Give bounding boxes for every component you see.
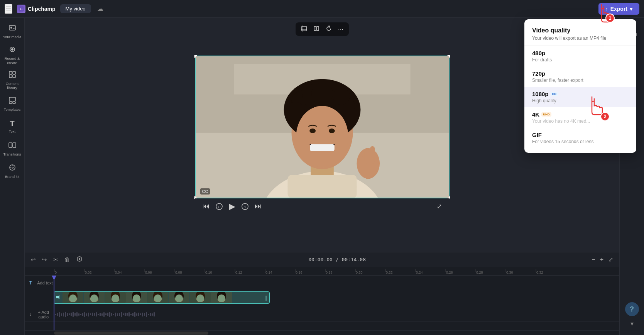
svg-point-62: [133, 296, 140, 302]
wave-bar: [152, 313, 153, 316]
wave-bar: [146, 312, 147, 317]
help-button[interactable]: ?: [625, 302, 639, 316]
clip-end-handle[interactable]: ‖: [264, 295, 269, 301]
playhead[interactable]: [54, 276, 54, 330]
wave-bar: [128, 312, 130, 316]
zoom-in-button[interactable]: +: [598, 255, 605, 264]
ruler-mark: 0:12: [235, 271, 265, 274]
fullscreen-button[interactable]: ⤢: [437, 203, 442, 210]
crop-button[interactable]: [299, 24, 309, 34]
sidebar-item-your-media[interactable]: Your media: [1, 21, 24, 42]
video-frame-wrapper: CC: [195, 56, 450, 198]
captions-button[interactable]: CC: [200, 188, 210, 195]
svg-point-64: [153, 292, 162, 301]
sidebar-item-text[interactable]: T Text: [1, 116, 24, 137]
audio-track-label: ♪ + Add audio: [25, 310, 54, 319]
wave-bar: [113, 314, 114, 315]
timeline-scroll-thumb[interactable]: [54, 332, 208, 335]
zoom-controls: − + ⤢: [590, 255, 615, 264]
fit-to-window-button[interactable]: ⤢: [607, 255, 615, 264]
sidebar-item-transitions[interactable]: Transitions: [1, 138, 24, 160]
time-current: 00:00.00: [308, 257, 333, 262]
svg-rect-10: [9, 97, 15, 101]
topbar: ☰ C Clipchamp My video ☁ ↑ Export ▾: [0, 0, 644, 18]
flip-button[interactable]: [311, 24, 322, 34]
timeline-scrollbar[interactable]: [25, 330, 619, 335]
text-track-content: [54, 276, 619, 290]
clip-thumbnail: [84, 292, 105, 303]
sidebar-item-brand-kit[interactable]: Brand kit: [1, 161, 24, 182]
quality-option-4k[interactable]: 4K UHD Your video has no 4K med...: [524, 107, 636, 128]
quality-desc-720p: Smaller file, faster export: [532, 78, 629, 83]
wave-bar: [154, 312, 155, 316]
logo-area: C Clipchamp: [17, 5, 56, 13]
svg-point-53: [69, 296, 77, 302]
time-total: 00:14.08: [341, 257, 366, 262]
ruler-mark: 0:06: [144, 271, 174, 274]
wave-bar: [82, 313, 83, 316]
svg-rect-39: [364, 148, 369, 163]
clip-mute-button[interactable]: [54, 294, 63, 301]
svg-rect-8: [9, 75, 12, 78]
ruler-mark: 0:26: [445, 271, 475, 274]
skip-to-end-button[interactable]: ⏭: [255, 202, 262, 210]
wave-bar: [101, 313, 103, 316]
wave-bar: [117, 313, 118, 316]
quality-option-720p[interactable]: 720p Smaller file, faster export: [524, 66, 636, 87]
sidebar-item-content-library[interactable]: Content library: [1, 68, 24, 93]
content-library-icon: [8, 71, 16, 80]
wave-bar: [65, 312, 66, 317]
svg-rect-40: [370, 146, 375, 163]
quality-desc-1080p: High quality: [532, 98, 629, 103]
detach-audio-button[interactable]: [75, 255, 84, 264]
sidebar-item-record-create-label: Record & create: [3, 56, 22, 65]
play-button[interactable]: ▶: [229, 201, 235, 211]
wave-bar: [55, 314, 56, 315]
clip-thumbnail: [211, 292, 232, 303]
zoom-out-button[interactable]: −: [590, 255, 597, 264]
sidebar-item-record-create[interactable]: Record & create: [1, 43, 24, 68]
cut-button[interactable]: ✂: [52, 255, 60, 264]
text-track-row: T + Add text: [25, 276, 619, 290]
video-toolbar: ⋯: [296, 22, 349, 36]
video-title[interactable]: My video: [60, 4, 91, 13]
svg-rect-50: [56, 296, 58, 298]
svg-point-5: [11, 48, 14, 51]
sidebar-item-content-library-label: Content library: [3, 81, 22, 90]
ruler-mark: 0:02: [84, 271, 114, 274]
collapse-panel-button[interactable]: ▾: [630, 320, 634, 327]
sidebar-item-templates[interactable]: Templates: [1, 93, 24, 115]
svg-rect-14: [13, 143, 16, 147]
wave-bar: [59, 312, 60, 317]
more-options-button[interactable]: ⋯: [336, 24, 346, 34]
wave-bar: [150, 313, 151, 316]
video-clip[interactable]: ‖: [54, 291, 270, 304]
svg-point-73: [217, 292, 226, 301]
svg-point-59: [112, 296, 119, 302]
ruler-mark: 0:04: [114, 271, 144, 274]
forward-button[interactable]: ↪: [242, 203, 248, 210]
menu-button[interactable]: ☰: [5, 4, 12, 14]
wave-bar: [57, 313, 58, 316]
add-text-button[interactable]: + Add text: [34, 281, 52, 285]
video-track-row: ‖: [25, 290, 619, 307]
export-button[interactable]: ↑ Export ▾: [598, 3, 639, 15]
rewind-button[interactable]: ↩: [216, 203, 223, 210]
redo-button[interactable]: ↪: [41, 255, 49, 264]
quality-name-720p: 720p: [532, 70, 629, 77]
rotate-button[interactable]: [323, 24, 334, 34]
add-audio-button[interactable]: + Add audio: [34, 310, 54, 319]
delete-button[interactable]: 🗑: [63, 255, 72, 264]
quality-option-480p[interactable]: 480p For drafts: [524, 46, 636, 66]
quality-option-gif[interactable]: GIF For videos 15 seconds or less: [524, 128, 636, 148]
svg-rect-17: [302, 26, 306, 31]
timeline-area: ↩ ↪ ✂ 🗑 00:00.00 / 00:14.08 − + ⤢: [25, 252, 619, 335]
svg-rect-9: [13, 75, 15, 78]
record-create-icon: [8, 46, 16, 55]
quality-option-1080p[interactable]: 1080p HD High quality: [524, 87, 636, 107]
skip-to-start-button[interactable]: ⏮: [203, 202, 210, 210]
quality-name-1080p: 1080p HD: [532, 91, 629, 97]
wave-bar: [74, 313, 76, 316]
svg-text:↩: ↩: [218, 205, 220, 209]
undo-button[interactable]: ↩: [29, 255, 37, 264]
